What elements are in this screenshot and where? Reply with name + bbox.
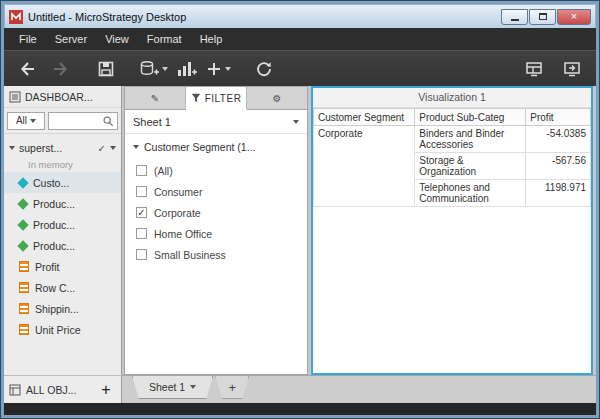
add-data-button[interactable] (138, 55, 168, 83)
refresh-button[interactable] (250, 55, 278, 83)
menu-server[interactable]: Server (46, 28, 96, 50)
metric-icon (19, 303, 29, 314)
grid-visualization: Customer Segment Product Sub-Categ Profi… (313, 108, 591, 207)
window-title: Untitled - MicroStrategy Desktop (28, 11, 495, 23)
column-header[interactable]: Product Sub-Categ (415, 109, 526, 126)
dataset-node[interactable]: superst... (4, 139, 121, 157)
forward-button[interactable] (46, 55, 74, 83)
datasets-sidebar: DASHBOAR... All superst... (4, 86, 122, 375)
refresh-icon (254, 59, 274, 79)
column-header[interactable]: Customer Segment (314, 109, 415, 126)
filter-option-consumer[interactable]: Consumer (125, 181, 307, 202)
object-filter-dropdown[interactable]: All (7, 112, 45, 130)
filter-group[interactable]: Customer Segment (1... (125, 134, 307, 160)
pencil-icon: ✎ (151, 93, 159, 104)
attribute-icon (17, 177, 28, 188)
all-objects-section[interactable]: ALL OBJ... + (4, 375, 122, 403)
maximize-button[interactable] (529, 9, 556, 25)
tab-filter[interactable]: FILTER (186, 87, 247, 110)
tree-item-attribute[interactable]: Produc... (4, 214, 121, 235)
tree-item-attribute[interactable]: Custo... (4, 172, 121, 193)
close-button[interactable]: × (557, 9, 591, 25)
grid-cell-profit[interactable]: -54.0385 (526, 126, 591, 153)
filter-sheet-selector[interactable]: Sheet 1 (125, 110, 307, 134)
checkbox[interactable] (136, 249, 147, 260)
add-sheet-tab[interactable]: + (215, 376, 249, 399)
tree-item-label: Produc... (33, 198, 75, 210)
column-header[interactable]: Profit (526, 109, 591, 126)
grid-cell-subcategory[interactable]: Binders and Binder Accessories (415, 126, 526, 153)
grid-cell-subcategory[interactable]: Telephones and Communication (415, 180, 526, 207)
sidebar-header-label: DASHBOAR... (25, 91, 93, 103)
checkbox[interactable] (136, 165, 147, 176)
title-bar: Untitled - MicroStrategy Desktop × (4, 4, 596, 28)
tree-item-label: Custo... (33, 177, 69, 189)
tab-editor[interactable]: ✎ (125, 87, 186, 109)
tree-item-label: Produc... (33, 219, 75, 231)
filter-option-corporate[interactable]: Corporate (125, 202, 307, 223)
window-footer-strip (4, 403, 596, 415)
menu-view[interactable]: View (96, 28, 138, 50)
sheet-tab[interactable]: Sheet 1 (132, 376, 213, 399)
grid-cell-profit[interactable]: -567.56 (526, 153, 591, 180)
tree-item-metric[interactable]: Profit (4, 256, 121, 277)
panel-tabs: ✎ FILTER ⚙ (125, 87, 307, 110)
grid-cell-profit[interactable]: 1198.971 (526, 180, 591, 207)
filter-option-label: Consumer (154, 186, 202, 198)
sidebar-controls: All (4, 108, 121, 134)
checkbox[interactable] (136, 186, 147, 197)
all-objects-icon (9, 384, 21, 396)
tab-settings[interactable]: ⚙ (247, 87, 307, 109)
grid-header-row: Customer Segment Product Sub-Categ Profi… (314, 109, 591, 126)
tree-item-attribute[interactable]: Produc... (4, 235, 121, 256)
add-element-button[interactable] (204, 55, 232, 83)
filter-option-all[interactable]: (All) (125, 160, 307, 181)
visualization-panel[interactable]: Visualization 1 Customer Segment Product… (311, 86, 593, 375)
menu-format[interactable]: Format (138, 28, 191, 50)
sheet-tab-caret-icon (190, 385, 196, 389)
metric-icon (19, 282, 29, 293)
add-visualization-button[interactable] (172, 55, 200, 83)
tree-item-metric[interactable]: Unit Price (4, 319, 121, 340)
toolbar (4, 50, 596, 86)
checkbox[interactable] (136, 228, 147, 239)
layout-button[interactable] (520, 55, 548, 83)
dataset-tree: superst... In memory Custo... Produc... … (4, 134, 121, 375)
filter-option-label: (All) (154, 165, 173, 177)
gear-icon: ⚙ (273, 93, 282, 104)
metric-icon (19, 261, 29, 272)
tree-item-label: Row C... (35, 282, 75, 294)
tree-item-metric[interactable]: Row C... (4, 277, 121, 298)
filter-option-label: Corporate (154, 207, 201, 219)
add-dataset-button[interactable]: + (96, 380, 116, 400)
menu-help[interactable]: Help (191, 28, 232, 50)
tree-item-metric[interactable]: Shippin... (4, 298, 121, 319)
dataset-menu-caret-icon[interactable] (110, 146, 116, 150)
filter-option-label: Home Office (154, 228, 212, 240)
save-button[interactable] (92, 55, 120, 83)
close-icon: × (571, 11, 577, 22)
search-input[interactable] (48, 112, 118, 130)
expander-icon (9, 146, 15, 150)
grid-cell-subcategory[interactable]: Storage & Organization (415, 153, 526, 180)
back-button[interactable] (14, 55, 42, 83)
minimize-button[interactable] (501, 9, 528, 25)
filter-option-small-business[interactable]: Small Business (125, 244, 307, 265)
dropdown-caret-icon (30, 119, 36, 123)
bottom-bar: ALL OBJ... + Sheet 1 + (4, 375, 596, 403)
dataset-name: superst... (19, 142, 62, 154)
dataset-check-icon (98, 142, 106, 154)
filter-sheet-label: Sheet 1 (133, 116, 171, 128)
funnel-icon (191, 93, 201, 103)
add-element-caret-icon (225, 67, 231, 71)
sidebar-header[interactable]: DASHBOAR... (4, 86, 121, 108)
tree-item-label: Unit Price (35, 324, 81, 336)
maximize-icon (539, 13, 547, 20)
filter-option-home-office[interactable]: Home Office (125, 223, 307, 244)
attribute-icon (17, 219, 28, 230)
grid-cell-segment[interactable]: Corporate (314, 126, 415, 207)
checkbox-checked[interactable] (136, 207, 147, 218)
presentation-button[interactable] (558, 55, 586, 83)
menu-file[interactable]: File (10, 28, 46, 50)
tree-item-attribute[interactable]: Produc... (4, 193, 121, 214)
